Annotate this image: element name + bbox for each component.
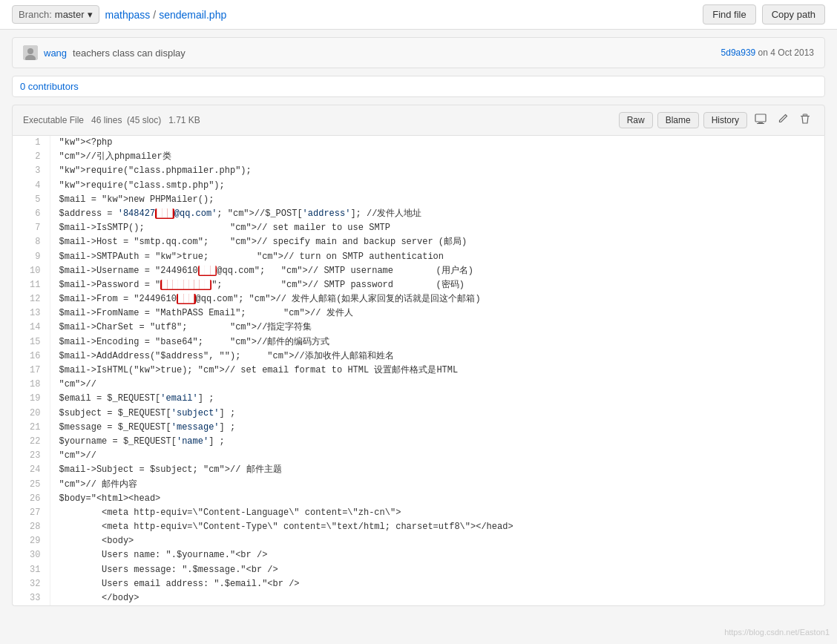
code-area: 1"kw"><?php2"cm">//引入phpmailer类3"kw">req…	[12, 136, 825, 606]
header-bar: Branch: master ▾ mathpass/sendemail.php …	[0, 0, 837, 30]
line-number[interactable]: 29	[13, 534, 50, 548]
filename-link[interactable]: sendemail.php	[159, 9, 226, 21]
table-row: 3"kw">require("class.phpmailer.php");	[13, 164, 824, 178]
branch-selector[interactable]: Branch: master ▾	[12, 5, 99, 24]
line-number[interactable]: 14	[13, 321, 50, 335]
table-row: 11$mail->Password = "█████████"; "cm">//…	[13, 278, 824, 292]
table-row: 7$mail->IsSMTP(); "cm">// set mailer to …	[13, 221, 824, 235]
line-number[interactable]: 3	[13, 164, 50, 178]
line-number[interactable]: 9	[13, 250, 50, 264]
table-row: 16$mail->AddAddress("$address", ""); "cm…	[13, 349, 824, 364]
copy-path-button[interactable]: Copy path	[762, 4, 825, 24]
line-code: $mail->Username = "2449610███@qq.com"; "…	[50, 264, 824, 278]
raw-button[interactable]: Raw	[619, 112, 653, 128]
line-number[interactable]: 12	[13, 292, 50, 306]
line-number[interactable]: 22	[13, 435, 50, 449]
table-row: 15$mail->Encoding = "base64"; "cm">//邮件的…	[13, 335, 824, 349]
commit-date: on 4 Oct 2013	[758, 47, 814, 58]
line-number[interactable]: 10	[13, 264, 50, 278]
line-number[interactable]: 2	[13, 150, 50, 164]
contributors-label: contributors	[28, 81, 79, 92]
commit-message: teachers class can display	[73, 47, 186, 59]
line-code: </body>	[50, 591, 824, 605]
file-type: Executable File	[23, 115, 84, 125]
line-code: "kw"><?php	[50, 136, 824, 150]
line-number[interactable]: 4	[13, 179, 50, 193]
line-code: $mail->IsSMTP(); "cm">// set mailer to u…	[50, 221, 824, 235]
table-row: 13$mail->FromName = "MathPASS Email"; "c…	[13, 306, 824, 321]
line-number[interactable]: 13	[13, 306, 50, 321]
delete-icon[interactable]	[796, 111, 814, 129]
line-code: <meta http-equiv=\"Content-Type\" conten…	[50, 520, 824, 534]
history-button[interactable]: History	[703, 112, 747, 128]
filepath: mathpass/sendemail.php	[105, 9, 227, 21]
table-row: 9$mail->SMTPAuth = "kw">true; "cm">// tu…	[13, 250, 824, 264]
line-number[interactable]: 20	[13, 407, 50, 421]
branch-label: Branch:	[19, 9, 52, 20]
line-number[interactable]: 26	[13, 492, 50, 506]
commit-hash[interactable]: 5d9a939	[721, 47, 756, 58]
line-code: "cm">//引入phpmailer类	[50, 150, 824, 164]
table-row: 8$mail->Host = "smtp.qq.com"; "cm">// sp…	[13, 235, 824, 249]
table-row: 1"kw"><?php	[13, 136, 824, 150]
line-number[interactable]: 23	[13, 449, 50, 463]
repo-link[interactable]: mathpass	[105, 9, 151, 21]
line-number[interactable]: 21	[13, 421, 50, 435]
line-code: "cm">// 邮件内容	[50, 478, 824, 492]
line-code: $mail->Encoding = "base64"; "cm">//邮件的编码…	[50, 335, 824, 349]
table-row: 14$mail->CharSet = "utf8"; "cm">//指定字符集	[13, 321, 824, 335]
commit-author[interactable]: wang	[44, 47, 67, 59]
line-number[interactable]: 24	[13, 463, 50, 477]
table-row: 6$address = '848427███@qq.com'; "cm">//$…	[13, 207, 824, 221]
contributors-bar: 0 contributors	[12, 76, 825, 97]
line-number[interactable]: 11	[13, 278, 50, 292]
line-number[interactable]: 6	[13, 207, 50, 221]
line-code: Users message: ".$message."<br />	[50, 563, 824, 577]
line-number[interactable]: 18	[13, 378, 50, 392]
chevron-down-icon: ▾	[88, 9, 93, 20]
line-code: Users email address: ".$email."<br />	[50, 577, 824, 591]
line-code: Users name: ".$yourname."<br />	[50, 548, 824, 562]
header-left: Branch: master ▾ mathpass/sendemail.php	[12, 5, 226, 24]
line-number[interactable]: 32	[13, 577, 50, 591]
file-sloc: (45 sloc)	[127, 115, 161, 125]
table-row: 5$mail = "kw">new PHPMailer();	[13, 193, 824, 207]
line-number[interactable]: 1	[13, 136, 50, 150]
svg-point-1	[27, 48, 33, 54]
table-row: 31 Users message: ".$message."<br />	[13, 563, 824, 577]
table-row: 18"cm">//	[13, 378, 824, 392]
line-number[interactable]: 30	[13, 548, 50, 562]
desktop-icon[interactable]	[752, 111, 769, 129]
line-code: <body>	[50, 534, 824, 548]
line-number[interactable]: 19	[13, 392, 50, 406]
line-number[interactable]: 33	[13, 591, 50, 605]
line-code: $mail->Host = "smtp.qq.com"; "cm">// spe…	[50, 235, 824, 249]
find-file-button[interactable]: Find file	[703, 4, 756, 24]
path-separator: /	[153, 9, 156, 21]
line-number[interactable]: 31	[13, 563, 50, 577]
line-number[interactable]: 8	[13, 235, 50, 249]
line-code: $mail->IsHTML("kw">true); "cm">// set em…	[50, 364, 824, 378]
line-code: $mail->AddAddress("$address", ""); "cm">…	[50, 349, 824, 364]
line-number[interactable]: 5	[13, 193, 50, 207]
line-code: "cm">//	[50, 378, 824, 392]
blame-button[interactable]: Blame	[657, 112, 699, 128]
file-info-bar: Executable File 46 lines (45 sloc) 1.71 …	[12, 105, 825, 136]
line-code: $mail->Password = "█████████"; "cm">// S…	[50, 278, 824, 292]
line-number[interactable]: 15	[13, 335, 50, 349]
line-number[interactable]: 27	[13, 506, 50, 520]
edit-icon[interactable]	[774, 111, 792, 129]
svg-rect-3	[755, 114, 766, 122]
line-code: "kw">require("class.phpmailer.php");	[50, 164, 824, 178]
line-number[interactable]: 28	[13, 520, 50, 534]
line-number[interactable]: 17	[13, 364, 50, 378]
table-row: 25"cm">// 邮件内容	[13, 478, 824, 492]
line-number[interactable]: 7	[13, 221, 50, 235]
svg-rect-5	[757, 123, 764, 124]
line-code: <meta http-equiv=\"Content-Language\" co…	[50, 506, 824, 520]
line-code: $message = $_REQUEST['message'] ;	[50, 421, 824, 435]
contributors-link[interactable]: 0 contributors	[20, 81, 79, 92]
line-number[interactable]: 16	[13, 349, 50, 364]
line-code: $mail->SMTPAuth = "kw">true; "cm">// tur…	[50, 250, 824, 264]
line-number[interactable]: 25	[13, 478, 50, 492]
